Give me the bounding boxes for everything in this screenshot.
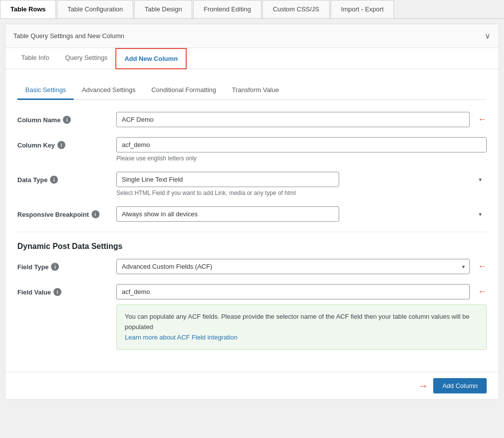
responsive-breakpoint-row: Responsive Breakpoint i Always show in a… bbox=[17, 206, 487, 222]
app-container: Table Rows Table Configuration Table Des… bbox=[0, 0, 504, 438]
column-key-row: Column Key i Please use english letters … bbox=[17, 137, 487, 162]
column-name-arrow: ← bbox=[478, 114, 487, 125]
tab-custom-css-js[interactable]: Custom CSS/JS bbox=[262, 0, 330, 18]
tab-frontend-editing[interactable]: Frontend Editing bbox=[193, 0, 261, 18]
data-type-info-icon[interactable]: i bbox=[50, 176, 58, 184]
column-name-control: ← bbox=[116, 112, 487, 127]
add-column-button[interactable]: Add Column bbox=[433, 378, 487, 393]
tab-table-rows[interactable]: Table Rows bbox=[0, 0, 56, 18]
acf-learn-more-link[interactable]: Learn more about ACF Field integration bbox=[125, 334, 238, 341]
field-value-info-icon[interactable]: i bbox=[53, 288, 61, 296]
data-type-select-wrap: Single Line Text Field HTML Field Date F… bbox=[116, 172, 487, 187]
section-divider bbox=[17, 232, 487, 232]
sub-tab-query-settings[interactable]: Query Settings bbox=[57, 48, 115, 69]
responsive-breakpoint-label: Responsive Breakpoint i bbox=[17, 206, 116, 218]
inner-tab-bar: Basic Settings Advanced Settings Conditi… bbox=[17, 81, 487, 100]
inner-tab-basic-settings[interactable]: Basic Settings bbox=[17, 81, 74, 100]
field-value-control: ← You can populate any ACF fields. Pleas… bbox=[116, 284, 487, 350]
responsive-breakpoint-select[interactable]: Always show in all devices Hide on Mobil… bbox=[116, 206, 339, 222]
field-type-label: Field Type i bbox=[17, 259, 116, 271]
field-type-select-container: Advanced Custom Fields (ACF) Post Meta C… bbox=[116, 259, 470, 274]
data-type-chevron-icon: ▾ bbox=[479, 176, 482, 183]
tab-import-export[interactable]: Import - Export bbox=[331, 0, 394, 18]
dynamic-section-title: Dynamic Post Data Settings bbox=[17, 242, 487, 251]
sub-tab-bar: Table Info Query Settings Add New Column bbox=[5, 48, 499, 69]
responsive-breakpoint-control: Always show in all devices Hide on Mobil… bbox=[116, 206, 487, 222]
column-key-control: Please use english letters only bbox=[116, 137, 487, 162]
column-key-info-icon[interactable]: i bbox=[57, 141, 65, 149]
column-name-info-icon[interactable]: i bbox=[63, 116, 71, 124]
data-type-select[interactable]: Single Line Text Field HTML Field Date F… bbox=[116, 172, 339, 187]
acf-info-text: You can populate any ACF fields. Please … bbox=[125, 313, 469, 331]
field-value-label: Field Value i bbox=[17, 284, 116, 296]
main-panel: Table Query Settings and New Column ∨ Ta… bbox=[5, 24, 499, 400]
inner-tab-conditional-formatting[interactable]: Conditional Formatting bbox=[144, 81, 224, 100]
field-type-arrow: ← bbox=[478, 261, 487, 272]
acf-info-box: You can populate any ACF fields. Please … bbox=[116, 304, 487, 350]
field-value-arrow: ← bbox=[478, 287, 487, 297]
data-type-label: Data Type i bbox=[17, 172, 116, 184]
data-type-row: Data Type i Single Line Text Field HTML … bbox=[17, 172, 487, 196]
data-type-control: Single Line Text Field HTML Field Date F… bbox=[116, 172, 487, 196]
field-type-control: Advanced Custom Fields (ACF) Post Meta C… bbox=[116, 259, 487, 274]
field-value-input[interactable] bbox=[116, 284, 470, 299]
column-key-input[interactable] bbox=[116, 137, 487, 152]
responsive-breakpoint-info-icon[interactable]: i bbox=[92, 210, 100, 218]
section-header: Table Query Settings and New Column ∨ bbox=[5, 24, 499, 48]
column-name-input-wrap: ← bbox=[116, 112, 487, 127]
chevron-down-icon[interactable]: ∨ bbox=[485, 31, 491, 41]
add-column-arrow: → bbox=[417, 380, 428, 392]
field-value-row: Field Value i ← You can populate any ACF… bbox=[17, 284, 487, 350]
column-key-hint: Please use english letters only bbox=[116, 155, 487, 162]
field-value-input-wrap: ← bbox=[116, 284, 487, 299]
inner-tab-advanced-settings[interactable]: Advanced Settings bbox=[74, 81, 143, 100]
column-name-input[interactable] bbox=[116, 112, 470, 127]
field-type-row: Field Type i Advanced Custom Fields (ACF… bbox=[17, 259, 487, 274]
inner-tab-transform-value[interactable]: Transform Value bbox=[224, 81, 287, 100]
tab-table-design[interactable]: Table Design bbox=[134, 0, 192, 18]
column-name-row: Column Name i ← bbox=[17, 112, 487, 127]
column-key-label: Column Key i bbox=[17, 137, 116, 149]
field-type-info-icon[interactable]: i bbox=[51, 263, 59, 271]
field-type-select-wrap: Advanced Custom Fields (ACF) Post Meta C… bbox=[116, 259, 487, 274]
field-type-select[interactable]: Advanced Custom Fields (ACF) Post Meta C… bbox=[116, 259, 470, 274]
responsive-breakpoint-chevron-icon: ▾ bbox=[479, 211, 482, 218]
data-type-hint: Select HTML Field if you want to add Lin… bbox=[116, 190, 487, 196]
responsive-breakpoint-select-wrap: Always show in all devices Hide on Mobil… bbox=[116, 206, 487, 222]
tab-table-configuration[interactable]: Table Configuration bbox=[57, 0, 133, 18]
top-tab-bar: Table Rows Table Configuration Table Des… bbox=[0, 0, 504, 19]
bottom-bar: → Add Column bbox=[5, 372, 499, 399]
column-name-label: Column Name i bbox=[17, 112, 116, 124]
form-area: Basic Settings Advanced Settings Conditi… bbox=[5, 69, 499, 372]
section-title: Table Query Settings and New Column bbox=[13, 32, 124, 40]
sub-tab-add-new-column[interactable]: Add New Column bbox=[115, 48, 187, 69]
sub-tab-table-info[interactable]: Table Info bbox=[13, 48, 57, 69]
